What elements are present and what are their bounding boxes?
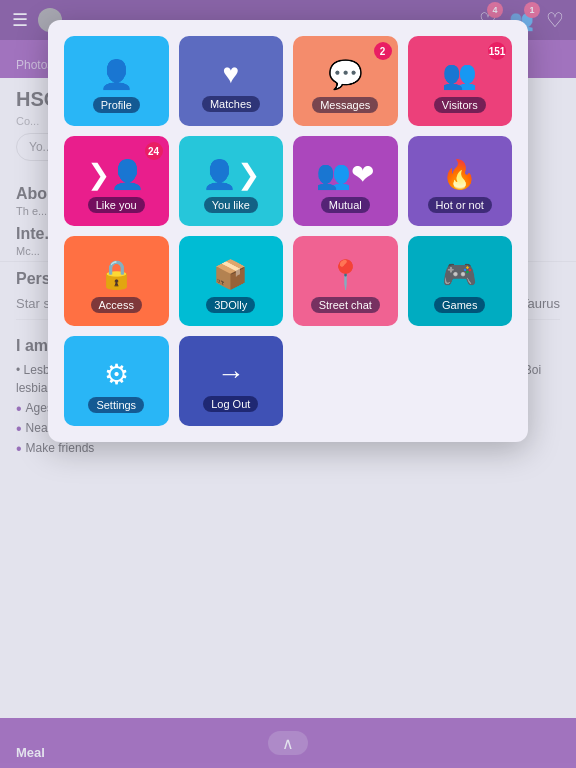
visitors-tile-icon: 👥 xyxy=(442,58,477,91)
tile-access[interactable]: 🔒 Access xyxy=(64,236,169,326)
mutual-tile-icon: 👥❤ xyxy=(316,158,374,191)
street-chat-tile-icon: 📍 xyxy=(328,258,363,291)
messages-tile-icon: 💬 xyxy=(328,58,363,91)
tile-games[interactable]: 🎮 Games xyxy=(408,236,513,326)
tile-mutual[interactable]: 👥❤ Mutual xyxy=(293,136,398,226)
games-tile-icon: 🎮 xyxy=(442,258,477,291)
tile-settings[interactable]: ⚙ Settings xyxy=(64,336,169,426)
visitors-tile-label: Visitors xyxy=(434,97,486,113)
messages-tile-label: Messages xyxy=(312,97,378,113)
visitors-badge: 151 xyxy=(488,42,506,60)
empty-cell-1 xyxy=(293,336,398,426)
hot-or-not-tile-label: Hot or not xyxy=(428,197,492,213)
logout-tile-label: Log Out xyxy=(203,396,258,412)
empty-cell-2 xyxy=(408,336,513,426)
tile-3dolly[interactable]: 📦 3DOlly xyxy=(179,236,284,326)
tile-you-like[interactable]: 👤❯ You like xyxy=(179,136,284,226)
tile-visitors[interactable]: 151 👥 Visitors xyxy=(408,36,513,126)
like-you-tile-icon: ❯👤 xyxy=(87,158,145,191)
profile-tile-label: Profile xyxy=(93,97,140,113)
menu-modal: 👤 Profile ♥ Matches 2 💬 Messages 151 👥 V… xyxy=(48,20,528,442)
like-you-badge: 24 xyxy=(145,142,163,160)
tile-hot-or-not[interactable]: 🔥 Hot or not xyxy=(408,136,513,226)
settings-tile-icon: ⚙ xyxy=(104,358,129,391)
hot-or-not-tile-icon: 🔥 xyxy=(442,158,477,191)
menu-grid: 👤 Profile ♥ Matches 2 💬 Messages 151 👥 V… xyxy=(64,36,512,426)
you-like-tile-icon: 👤❯ xyxy=(202,158,260,191)
access-tile-label: Access xyxy=(91,297,142,313)
mutual-tile-label: Mutual xyxy=(321,197,370,213)
games-tile-label: Games xyxy=(434,297,485,313)
you-like-tile-label: You like xyxy=(204,197,258,213)
logout-tile-icon: → xyxy=(217,358,245,390)
like-you-tile-label: Like you xyxy=(88,197,145,213)
tile-street-chat[interactable]: 📍 Street chat xyxy=(293,236,398,326)
tile-like-you[interactable]: 24 ❯👤 Like you xyxy=(64,136,169,226)
3dolly-tile-label: 3DOlly xyxy=(206,297,255,313)
profile-tile-icon: 👤 xyxy=(99,58,134,91)
street-chat-tile-label: Street chat xyxy=(311,297,380,313)
modal-overlay: 👤 Profile ♥ Matches 2 💬 Messages 151 👥 V… xyxy=(0,0,576,768)
tile-logout[interactable]: → Log Out xyxy=(179,336,284,426)
3dolly-tile-icon: 📦 xyxy=(213,258,248,291)
matches-tile-icon: ♥ xyxy=(222,58,239,90)
messages-badge: 2 xyxy=(374,42,392,60)
tile-messages[interactable]: 2 💬 Messages xyxy=(293,36,398,126)
settings-tile-label: Settings xyxy=(88,397,144,413)
tile-profile[interactable]: 👤 Profile xyxy=(64,36,169,126)
tile-matches[interactable]: ♥ Matches xyxy=(179,36,284,126)
access-tile-icon: 🔒 xyxy=(99,258,134,291)
matches-tile-label: Matches xyxy=(202,96,260,112)
